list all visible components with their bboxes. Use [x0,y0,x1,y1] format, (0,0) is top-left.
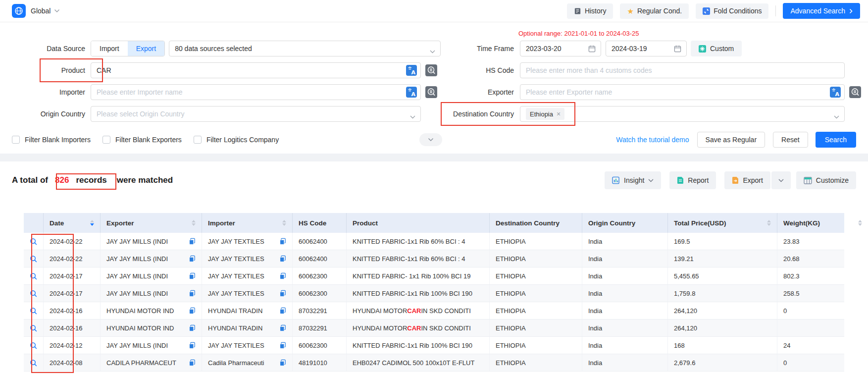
origin-country-select[interactable]: Please select Origin Country [91,106,421,122]
export-button[interactable]: Export [724,171,770,189]
row-search-icon[interactable] [30,290,37,297]
checkbox-icon [12,136,20,144]
copy-icon[interactable] [279,290,286,297]
app-logo [12,4,26,18]
filter-blank-exporters-checkbox[interactable]: Filter Blank Exporters [102,136,182,144]
origin-country-label: Origin Country [12,110,85,118]
fuzzy-search-icon[interactable] [425,64,437,76]
history-button[interactable]: History [567,3,613,19]
sort-control[interactable] [282,220,286,226]
data-source-label: Data Source [12,45,85,53]
end-date-input[interactable]: 2024-03-19 [606,41,687,56]
region-selector[interactable]: Global [31,7,51,15]
cell-hs-code: 48191010 [293,354,347,371]
importer-input[interactable] [91,84,421,100]
cell-product: HYUNDAI MOTOR CAR IN SKD CONDITI [347,320,490,336]
cell-detail [24,267,44,284]
copy-icon[interactable] [189,290,196,297]
customize-icon [804,177,812,184]
copy-icon[interactable] [189,359,196,366]
exporter-input[interactable] [520,84,845,100]
sort-control[interactable] [767,220,771,226]
fold-conditions-button[interactable]: Fold Conditions [696,3,768,19]
copy-icon[interactable] [279,307,286,314]
custom-range-button[interactable]: Custom [691,41,742,56]
export-dropdown-button[interactable] [771,171,791,189]
chevron-down-icon[interactable] [54,9,60,13]
checkbox-icon [194,136,202,144]
row-search-icon[interactable] [30,272,37,280]
copy-icon[interactable] [189,238,196,245]
destination-country-select[interactable]: Ethiopia × [520,106,845,122]
cell-hs-code: 60062300 [293,267,347,284]
sort-control[interactable] [858,220,862,226]
copy-icon[interactable] [279,238,286,245]
insight-button[interactable]: Insight [605,171,661,189]
data-sources-select[interactable]: 80 data sources selected [169,41,441,56]
import-toggle[interactable]: Import [91,41,128,56]
advanced-search-label: Advanced Search [790,7,845,15]
column-header-date[interactable]: Date [44,213,101,233]
report-button[interactable]: Report [669,171,716,189]
cell-product: KNITTED FABRIC-1x1 Rib 100% BCI 190 [347,285,490,302]
column-header-destination-country: Destination Country [490,213,582,233]
cell-destination-country: ETHIOPIA [490,250,582,267]
translate-icon[interactable]: A [830,87,841,99]
row-search-icon[interactable] [30,342,37,349]
start-date-input[interactable]: 2023-03-20 [520,41,601,56]
row-search-icon[interactable] [30,359,37,367]
export-toggle[interactable]: Export [128,41,164,56]
translate-icon[interactable]: A [406,87,417,99]
customize-button[interactable]: Customize [796,171,856,189]
export-label: Export [743,176,763,184]
search-button[interactable]: Search [816,132,856,148]
column-header-importer[interactable]: Importer [202,213,293,233]
table-row: 2024-02-12JAY JAY MILLS (INDIJAY JAY TEX… [24,337,844,354]
copy-icon[interactable] [189,324,196,331]
filter-blank-importers-checkbox[interactable]: Filter Blank Importers [12,136,91,144]
collapse-form-button[interactable] [419,133,442,146]
tag-close-icon[interactable]: × [557,110,561,117]
copy-icon[interactable] [189,307,196,314]
fuzzy-search-icon[interactable] [425,86,437,98]
advanced-search-button[interactable]: Advanced Search [783,3,860,19]
row-search-icon[interactable] [30,255,37,263]
cell-origin-country: India [582,233,668,250]
filter-label: Filter Logitics Company [206,136,279,144]
row-search-icon[interactable] [30,324,37,332]
regular-cond-button[interactable]: ★ Regular Cond. [620,3,689,19]
copy-icon[interactable] [279,255,286,262]
tutorial-demo-link[interactable]: Watch the tutorial demo [616,136,689,144]
copy-icon[interactable] [189,272,196,279]
sort-control[interactable] [90,220,94,226]
column-header-weight-kg[interactable]: Weight(KG) [777,213,868,233]
column-header-total-price-usd[interactable]: Total Price(USD) [668,213,777,233]
exporter-label: Exporter [441,88,514,96]
row-search-icon[interactable] [30,307,37,315]
table-body: 2024-02-22JAY JAY MILLS (INDIJAY JAY TEX… [24,233,844,372]
hs-code-input[interactable] [520,62,845,78]
star-icon: ★ [627,7,633,15]
row-search-icon[interactable] [30,238,37,245]
reset-button[interactable]: Reset [773,132,808,148]
copy-icon[interactable] [189,342,196,349]
column-header-detail [24,213,44,233]
copy-icon[interactable] [189,255,196,262]
save-as-regular-button[interactable]: Save as Regular [697,132,766,148]
cell-origin-country: India [582,354,668,371]
fuzzy-search-icon[interactable] [849,86,861,98]
filter-logistics-company-checkbox[interactable]: Filter Logitics Company [194,136,279,144]
copy-icon[interactable] [279,272,286,279]
svg-text:A: A [835,91,840,98]
cell-date: 2024-02-12 [44,337,101,354]
cell-destination-country: ETHIOPIA [490,337,582,354]
sort-control[interactable] [192,220,196,226]
column-header-exporter[interactable]: Exporter [101,213,202,233]
product-input[interactable] [91,62,421,78]
column-label: Weight(KG) [783,219,820,227]
translate-icon[interactable]: A [406,65,417,77]
copy-icon[interactable] [279,342,286,349]
calendar-icon [588,45,596,53]
copy-icon[interactable] [279,359,286,366]
copy-icon[interactable] [279,324,286,331]
